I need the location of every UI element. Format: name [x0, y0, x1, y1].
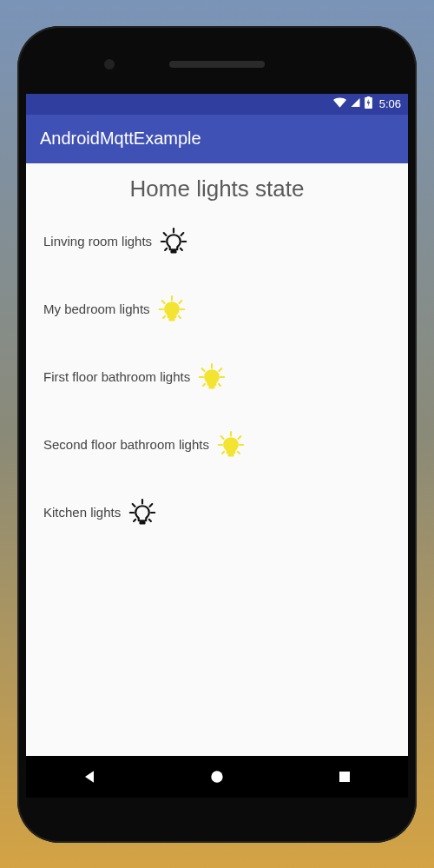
svg-line-3: [164, 233, 167, 235]
svg-line-28: [238, 436, 240, 439]
nav-recent-button[interactable]: [310, 756, 379, 798]
cellular-icon: [350, 97, 361, 110]
content: Home lights state Linving room lights My…: [26, 163, 408, 756]
nav-home-button[interactable]: [182, 756, 252, 798]
svg-line-35: [133, 504, 135, 507]
svg-rect-41: [140, 520, 146, 524]
svg-line-27: [221, 436, 224, 439]
status-bar: 5:06: [26, 94, 408, 115]
phone-top-bezel: [26, 35, 408, 94]
svg-line-19: [202, 368, 205, 371]
svg-line-23: [203, 383, 205, 385]
svg-rect-1: [366, 96, 370, 98]
page-title: Home lights state: [43, 176, 391, 202]
svg-rect-43: [339, 772, 350, 782]
triangle-back-icon: [81, 768, 98, 785]
light-row: Second floor bathroom lights: [43, 430, 391, 460]
phone-speaker: [169, 61, 265, 68]
svg-line-15: [163, 315, 165, 317]
svg-line-12: [179, 301, 181, 303]
svg-rect-9: [171, 249, 177, 253]
svg-point-42: [211, 771, 222, 782]
app-title: AndroidMqttExample: [40, 129, 201, 149]
light-label: Second floor bathroom lights: [43, 437, 209, 452]
svg-line-20: [220, 368, 222, 371]
status-time: 5:06: [379, 97, 401, 110]
phone-bottom-bezel: [26, 798, 408, 834]
phone-camera: [104, 59, 115, 70]
svg-rect-17: [168, 317, 174, 321]
svg-rect-33: [227, 453, 233, 456]
battery-charging-icon: [365, 96, 372, 111]
svg-line-40: [149, 519, 151, 520]
light-label: Kitchen lights: [43, 505, 121, 520]
nav-back-button[interactable]: [55, 756, 124, 798]
circle-home-icon: [208, 768, 226, 785]
wifi-icon: [333, 97, 346, 110]
svg-line-31: [222, 451, 224, 453]
svg-line-8: [181, 248, 182, 249]
svg-line-32: [238, 451, 240, 453]
svg-line-24: [219, 383, 220, 385]
app-bar: AndroidMqttExample: [26, 115, 408, 163]
light-label: My bedroom lights: [43, 301, 150, 316]
svg-line-16: [178, 315, 180, 317]
lightbulb-on-icon[interactable]: [197, 362, 227, 392]
svg-line-11: [161, 301, 164, 303]
lightbulb-on-icon[interactable]: [157, 295, 187, 324]
lightbulb-on-icon[interactable]: [216, 430, 246, 460]
light-row: My bedroom lights: [43, 295, 391, 324]
lights-list: Linving room lights My bedroom lights Fi…: [43, 227, 391, 527]
light-label: First floor bathroom lights: [43, 369, 190, 384]
svg-line-7: [165, 248, 167, 249]
square-recent-icon: [337, 769, 352, 785]
lightbulb-off-icon[interactable]: [159, 227, 188, 256]
svg-line-36: [150, 504, 153, 507]
navigation-bar: [26, 756, 408, 798]
svg-rect-25: [209, 385, 215, 388]
screen: 5:06 AndroidMqttExample Home lights stat…: [26, 94, 408, 798]
svg-line-39: [134, 519, 135, 520]
light-row: First floor bathroom lights: [43, 362, 391, 392]
phone-frame: 5:06 AndroidMqttExample Home lights stat…: [17, 26, 417, 843]
svg-line-4: [181, 233, 184, 235]
light-label: Linving room lights: [43, 234, 152, 248]
light-row: Linving room lights: [43, 227, 391, 256]
lightbulb-off-icon[interactable]: [128, 498, 157, 527]
light-row: Kitchen lights: [43, 498, 391, 527]
